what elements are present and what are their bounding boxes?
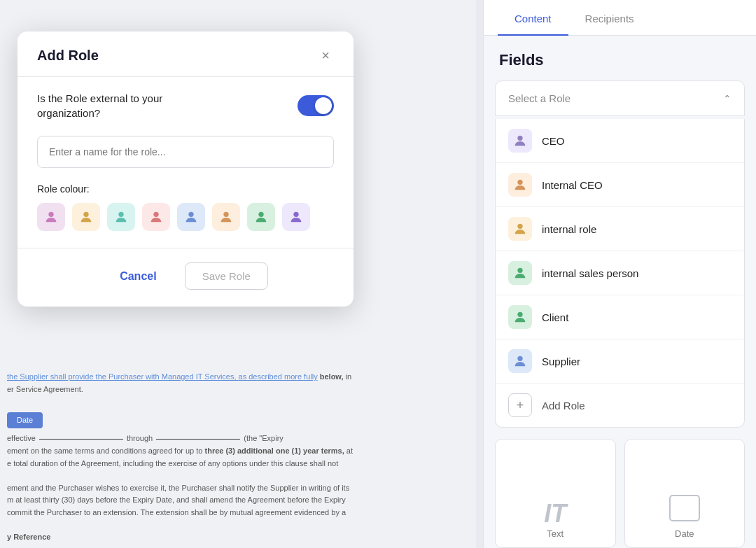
bottom-card-date[interactable]: Date [624,439,746,548]
role-name-supplier: Supplier [542,356,580,367]
colour-swatch-6[interactable] [247,203,275,231]
tab-recipients[interactable]: Recipients [568,0,651,36]
modal-footer-divider [18,248,354,248]
role-name-internal-ceo: Internal CEO [542,179,603,191]
role-item-client[interactable]: Client [496,295,744,339]
svg-point-3 [153,212,158,217]
external-role-toggle[interactable] [298,95,334,116]
modal-title: Add Role [37,48,99,64]
select-role-dropdown[interactable]: Select a Role ⌃ [495,80,745,116]
toggle-row: Is the Role external to your organizatio… [37,91,334,120]
role-item-internal-sales[interactable]: internal sales person [496,251,744,295]
bottom-card-date-label: Date [675,528,694,539]
role-item-supplier[interactable]: Supplier [496,339,744,384]
bottom-card-text-label: Text [547,528,564,539]
bottom-card-text[interactable]: IT Text [495,439,616,548]
svg-point-10 [517,224,522,229]
svg-point-6 [258,212,263,217]
right-panel: Content Recipients Fields Select a Role … [483,0,756,548]
colour-swatch-1[interactable] [72,203,100,231]
role-name-internal-role: internal role [542,223,596,235]
svg-point-8 [517,136,522,141]
role-name-client: Client [542,311,568,323]
svg-point-0 [48,212,53,217]
svg-point-11 [517,268,522,273]
svg-point-12 [517,312,522,317]
role-name-input[interactable] [37,136,334,168]
role-avatar-internal-sales [508,261,532,285]
role-avatar-internal-ceo [508,173,532,197]
save-role-button[interactable]: Save Role [185,262,268,290]
text-icon: IT [544,499,566,528]
fields-title: Fields [484,36,756,80]
svg-point-7 [293,212,298,217]
date-button[interactable]: Date [7,412,43,429]
colour-label: Role colour: [37,183,334,195]
chevron-up-icon: ⌃ [723,93,732,104]
tab-content[interactable]: Content [498,0,568,36]
cancel-button[interactable]: Cancel [103,262,173,290]
toggle-knob [315,97,332,114]
role-avatar-internal-role [508,217,532,241]
modal-footer: Cancel Save Role [18,262,354,307]
document-text: the Supplier shall provide the Purchaser… [7,371,469,544]
role-name-internal-sales: internal sales person [542,267,638,279]
colour-swatch-2[interactable] [107,203,135,231]
panel-tabs: Content Recipients [484,0,756,36]
svg-point-13 [517,356,522,361]
modal-divider-top [18,76,354,77]
colour-swatch-4[interactable] [177,203,205,231]
date-icon [669,495,700,521]
modal-header: Add Role × [18,31,354,76]
add-role-icon: + [508,393,532,417]
role-avatar-supplier [508,349,532,373]
role-item-internal-ceo[interactable]: Internal CEO [496,163,744,207]
close-button[interactable]: × [317,47,334,64]
modal-body: Is the Role external to your organizatio… [18,91,354,231]
colour-swatch-3[interactable] [142,203,170,231]
svg-point-5 [223,212,228,217]
colour-swatch-7[interactable] [282,203,310,231]
role-item-ceo[interactable]: CEO [496,119,744,163]
svg-point-2 [118,212,123,217]
colour-swatch-0[interactable] [37,203,65,231]
toggle-label: Is the Role external to your organizatio… [37,91,219,120]
svg-point-9 [517,180,522,185]
colour-swatches [37,203,334,231]
add-role-item[interactable]: + Add Role [496,384,744,427]
role-item-internal-role[interactable]: internal role [496,207,744,251]
role-name-ceo: CEO [542,135,565,147]
role-avatar-ceo [508,129,532,153]
add-role-label: Add Role [542,400,585,412]
bottom-cards: IT Text Date [495,439,745,548]
role-list: CEO Internal CEO internal role [495,119,745,428]
svg-point-4 [188,212,193,217]
select-role-label: Select a Role [508,92,570,104]
role-avatar-client [508,305,532,329]
svg-point-1 [83,212,88,217]
colour-swatch-5[interactable] [212,203,240,231]
add-role-modal: Add Role × Is the Role external to your … [18,31,354,307]
